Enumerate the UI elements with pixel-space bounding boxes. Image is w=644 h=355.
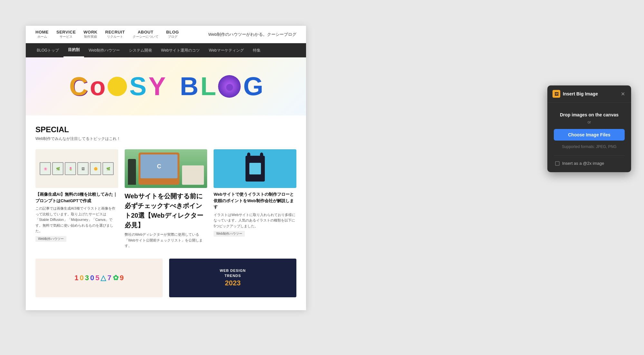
cat-ear-right: [260, 153, 263, 156]
notebook: [182, 165, 204, 185]
close-icon[interactable]: ✕: [620, 91, 626, 97]
nav-sublabel-recruit: リクルート: [105, 35, 125, 39]
panel-title: Insert Big Image: [563, 91, 598, 96]
insert-2x-row: Insert as a @2x image: [554, 161, 625, 166]
content-area: SPECIAL Web制作でみんなが注目してるトピックはこれ！ 🌸 🌿 🌷 🖼 …: [26, 115, 306, 310]
letter-l: L: [200, 72, 216, 101]
num-7: 7: [107, 274, 111, 282]
num-0: 0: [80, 274, 83, 282]
letter-o2: ○: [108, 77, 127, 96]
numbers-art: 1 0 3 0 5 △ 7 ✿ 9: [35, 259, 163, 297]
letter-y: Y: [149, 72, 165, 101]
card-2-title: Webサイトを公開する前に必ずチェックすべきポイント20選【Webディレクター必…: [125, 191, 207, 230]
letter-b: B: [180, 72, 198, 101]
nav-label-work: WORK: [83, 30, 97, 35]
mini-frame-4: 🖼: [77, 162, 89, 175]
card-2[interactable]: C Webサイトを公開する前に必ずチェックすべきポイント20選【Webディレクタ…: [125, 149, 207, 249]
nav-sublabel-work: 制作実績: [83, 35, 97, 39]
web2023-label2: TRENDS: [225, 274, 241, 278]
panel-icon: 🖼: [553, 90, 560, 98]
cat-figure: [245, 156, 265, 182]
card-1-desc: この記事では画像生成AI3種でイラストと画像を作って比較しています。取り上げたサ…: [35, 206, 118, 234]
letter-c: C: [69, 72, 87, 101]
sec-nav-special[interactable]: 特集: [248, 44, 265, 57]
section-subtitle: Web制作でみんなが注目してるトピックはこれ！: [35, 136, 296, 142]
card-1[interactable]: 🌸 🌿 🌷 🖼 🌼 🌿 【画像生成AI】無料の3種を比較してみた｜プロンプトはC…: [35, 149, 118, 249]
bottom-card-left-image: 1 0 3 0 5 △ 7 ✿ 9: [35, 259, 163, 297]
card-3-tag[interactable]: Web制作ハウツー: [214, 231, 245, 237]
nav-sublabel-service: サービス: [56, 35, 76, 39]
sec-nav-operation[interactable]: Webサイト運用のコツ: [157, 44, 204, 57]
mini-frame-2: 🌿: [52, 162, 63, 175]
nav-item-service[interactable]: SERVICE サービス: [56, 30, 76, 39]
sec-nav-purpose[interactable]: 目的別: [63, 43, 84, 57]
top-nav: HOME ホーム SERVICE サービス WORK 制作実績 RECRUIT …: [26, 26, 306, 43]
nav-label-about: ABOUT: [133, 30, 159, 35]
mini-frame-5: 🌼: [90, 162, 101, 175]
card-1-image: 🌸 🌿 🌷 🖼 🌼 🌿: [35, 149, 118, 188]
card-3[interactable]: Webサイトで使うイラストの制作フローと依頼のポイントをWeb制作会社が解説しま…: [214, 149, 296, 249]
cat-ear-left: [247, 153, 250, 156]
mini-frame-6: 🌿: [102, 162, 114, 175]
sec-nav-marketing[interactable]: Webマーケティング: [204, 44, 248, 57]
drop-text: Drop images on the canvas: [554, 112, 625, 117]
or-text: or: [554, 120, 625, 124]
nav-item-about[interactable]: ABOUT クーシーについて: [133, 30, 159, 39]
num-5: 5: [95, 274, 99, 282]
bottom-card-right-image: WEB DESIGN TRENDS 2023: [169, 259, 296, 297]
panel-header-left: 🖼 Insert Big Image: [553, 90, 598, 98]
nav-sublabel-home: ホーム: [35, 35, 49, 39]
site-tagline: Web制作のハウツーがわかる。クーシーブログ: [208, 32, 297, 37]
website-container: HOME ホーム SERVICE サービス WORK 制作実績 RECRUIT …: [26, 26, 306, 310]
nav-item-blog[interactable]: BLOG ブログ: [166, 30, 179, 39]
insert-2x-label: Insert as a @2x image: [562, 161, 604, 166]
hero-banner: C o ○ S Y B L ● G: [26, 57, 306, 115]
choose-image-files-button[interactable]: Choose Image Files: [554, 129, 625, 141]
num-flower: ✿: [113, 274, 119, 282]
nav-item-work[interactable]: WORK 制作実績: [83, 30, 97, 39]
web2023-year: 2023: [225, 279, 241, 287]
letter-s: S: [130, 72, 146, 101]
nav-item-recruit[interactable]: RECRUIT リクルート: [105, 30, 125, 39]
laptop-screen: C: [140, 154, 178, 178]
secondary-nav: BLOGトップ 目的別 Web制作ハウツー システム開発 Webサイト運用のコツ…: [26, 43, 306, 57]
section-title: SPECIAL: [35, 125, 296, 134]
panel-header: 🖼 Insert Big Image ✕: [547, 85, 631, 103]
nav-item-home[interactable]: HOME ホーム: [35, 30, 49, 39]
bottom-row: 1 0 3 0 5 △ 7 ✿ 9 WEB DESIGN: [35, 259, 296, 301]
desk-scene: C: [125, 149, 207, 188]
letter-g: G: [243, 72, 263, 101]
card-2-image: C: [125, 149, 207, 188]
nav-label-home: HOME: [35, 30, 49, 35]
card-3-desc: イラストはWebサイトに取り入れられており多様になっています。人気のあるイラスト…: [214, 212, 296, 229]
mini-frame-1: 🌸: [40, 162, 51, 175]
bottom-card-left[interactable]: 1 0 3 0 5 △ 7 ✿ 9: [35, 259, 163, 301]
letter-o3: ●: [218, 75, 241, 98]
desk-elements: C: [128, 153, 204, 185]
nav-label-service: SERVICE: [56, 30, 76, 35]
sec-nav-system[interactable]: システム開発: [124, 44, 157, 57]
num-0b: 0: [90, 274, 94, 282]
card-1-tag[interactable]: Web制作ハウツー: [35, 236, 66, 242]
web2023-img: WEB DESIGN TRENDS 2023: [169, 259, 296, 297]
nav-sublabel-blog: ブログ: [166, 35, 179, 39]
nav-links: HOME ホーム SERVICE サービス WORK 制作実績 RECRUIT …: [35, 30, 179, 39]
insert-image-icon: 🖼: [554, 92, 559, 96]
num-9: 9: [120, 274, 124, 282]
mini-frame-3: 🌷: [65, 162, 76, 175]
card-1-title: 【画像生成AI】無料の3種を比較してみた｜プロンプトはChatGPTで作成: [35, 191, 118, 204]
cards-grid: 🌸 🌿 🌷 🖼 🌼 🌿 【画像生成AI】無料の3種を比較してみた｜プロンプトはC…: [35, 149, 296, 249]
bottom-card-right[interactable]: WEB DESIGN TRENDS 2023: [169, 259, 296, 301]
sec-nav-blog-top[interactable]: BLOGトップ: [32, 44, 63, 57]
panel-body: Drop images on the canvas or Choose Imag…: [547, 103, 631, 172]
num-1: 1: [74, 274, 78, 282]
insert-2x-checkbox[interactable]: [555, 161, 560, 166]
num-3: 3: [85, 274, 89, 282]
card-2-desc: 弊社のWebディレクターが実際に使用している「Webサイト公開前チェックリスト」…: [125, 232, 207, 249]
card-3-image: [214, 149, 296, 188]
card-3-title: Webサイトで使うイラストの制作フローと依頼のポイントをWeb制作会社が解説しま…: [214, 191, 296, 210]
hero-title-art: C o ○ S Y B L ● G: [69, 72, 263, 101]
sec-nav-howto[interactable]: Web制作ハウツー: [84, 44, 124, 57]
cat-bag: [249, 162, 262, 175]
num-tri: △: [101, 274, 106, 282]
